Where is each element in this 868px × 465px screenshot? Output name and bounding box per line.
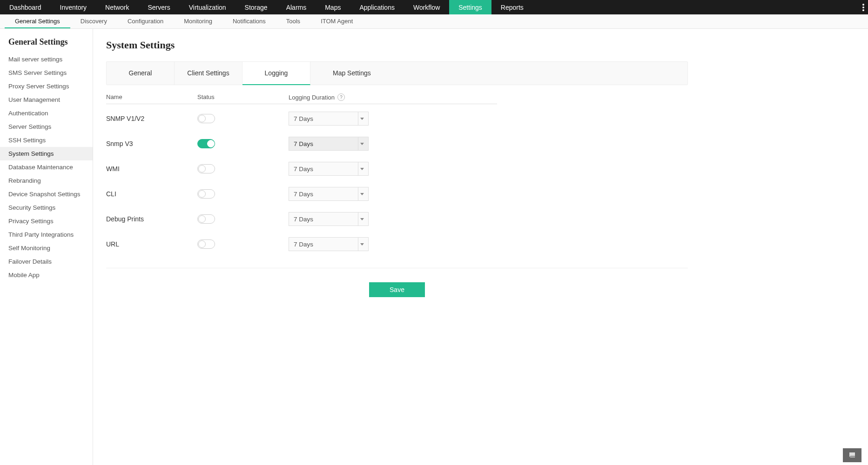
duration-value: 7 Days xyxy=(294,191,313,198)
sidebar-item-database-maintenance[interactable]: Database Maintenance xyxy=(0,160,93,174)
status-toggle[interactable] xyxy=(197,189,215,199)
chat-fab[interactable] xyxy=(843,448,861,462)
topnav-item-applications[interactable]: Applications xyxy=(350,0,404,14)
row-name: Debug Prints xyxy=(106,215,197,223)
subnav-item-itom-agent[interactable]: ITOM Agent xyxy=(310,14,363,28)
tab-logging[interactable]: Logging xyxy=(242,62,310,85)
chevron-down-icon xyxy=(358,137,365,150)
topnav-item-maps[interactable]: Maps xyxy=(316,0,350,14)
status-toggle[interactable] xyxy=(197,164,215,173)
more-menu-icon[interactable] xyxy=(862,0,864,14)
duration-select[interactable]: 7 Days xyxy=(289,237,369,251)
sidebar-item-failover-details[interactable]: Failover Details xyxy=(0,255,93,268)
svg-point-0 xyxy=(862,4,864,6)
svg-point-2 xyxy=(862,9,864,11)
duration-value: 7 Days xyxy=(294,216,313,223)
row-duration-cell: 7 Days xyxy=(289,212,497,226)
row-name: CLI xyxy=(106,190,197,198)
topnav-item-reports[interactable]: Reports xyxy=(491,0,533,14)
sidebar-item-ssh-settings[interactable]: SSH Settings xyxy=(0,133,93,147)
sidebar-item-system-settings[interactable]: System Settings xyxy=(0,147,93,160)
sidebar-item-security-settings[interactable]: Security Settings xyxy=(0,201,93,214)
topnav-item-alarms[interactable]: Alarms xyxy=(277,0,316,14)
row-name: WMI xyxy=(106,165,197,173)
subnav-item-notifications[interactable]: Notifications xyxy=(222,14,276,28)
row-duration-cell: 7 Days xyxy=(289,187,497,201)
status-toggle[interactable] xyxy=(197,139,215,148)
table-row: Debug Prints7 Days xyxy=(106,205,497,230)
status-toggle[interactable] xyxy=(197,114,215,123)
col-header-duration-label: Logging Duration xyxy=(289,94,335,101)
duration-select[interactable]: 7 Days xyxy=(289,212,369,226)
sidebar-item-mail-server-settings[interactable]: Mail server settings xyxy=(0,53,93,66)
duration-value: 7 Days xyxy=(294,166,313,173)
tab-map-settings[interactable]: Map Settings xyxy=(310,62,687,85)
duration-value: 7 Days xyxy=(294,140,313,147)
col-header-duration: Logging Duration ? xyxy=(289,93,497,101)
chat-icon xyxy=(848,451,857,459)
tab-client-settings[interactable]: Client Settings xyxy=(175,62,242,85)
row-name: SNMP V1/V2 xyxy=(106,115,197,122)
row-status-cell xyxy=(197,114,289,123)
sidebar-item-authentication[interactable]: Authentication xyxy=(0,106,93,120)
topnav-item-settings[interactable]: Settings xyxy=(449,0,491,14)
chevron-down-icon xyxy=(358,187,365,200)
top-nav: DashboardInventoryNetworkServersVirtuali… xyxy=(0,0,868,14)
topnav-item-network[interactable]: Network xyxy=(96,0,138,14)
topnav-item-storage[interactable]: Storage xyxy=(236,0,277,14)
duration-select[interactable]: 7 Days xyxy=(289,162,369,176)
chevron-down-icon xyxy=(358,213,365,226)
row-name: Snmp V3 xyxy=(106,140,197,147)
subnav-item-configuration[interactable]: Configuration xyxy=(117,14,174,28)
sidebar-item-server-settings[interactable]: Server Settings xyxy=(0,120,93,133)
row-status-cell xyxy=(197,239,289,249)
col-header-name: Name xyxy=(106,93,197,101)
topnav-item-virtualization[interactable]: Virtualization xyxy=(180,0,236,14)
tab-general[interactable]: General xyxy=(107,62,175,85)
sidebar-item-rebranding[interactable]: Rebranding xyxy=(0,174,93,187)
table-row: CLI7 Days xyxy=(106,179,497,205)
divider xyxy=(106,268,688,268)
sidebar-item-device-snapshot-settings[interactable]: Device Snapshot Settings xyxy=(0,187,93,201)
status-toggle[interactable] xyxy=(197,214,215,224)
sub-nav: General SettingsDiscoveryConfigurationMo… xyxy=(0,14,868,29)
row-status-cell xyxy=(197,189,289,199)
sidebar-item-proxy-server-settings[interactable]: Proxy Server Settings xyxy=(0,80,93,93)
tab-strip: GeneralClient SettingsLoggingMap Setting… xyxy=(106,61,688,85)
duration-value: 7 Days xyxy=(294,241,313,248)
sidebar-item-user-management[interactable]: User Management xyxy=(0,93,93,106)
status-toggle[interactable] xyxy=(197,239,215,249)
row-duration-cell: 7 Days xyxy=(289,237,497,251)
chevron-down-icon xyxy=(358,238,365,251)
help-icon[interactable]: ? xyxy=(337,93,345,101)
sidebar-item-third-party-integrations[interactable]: Third Party Integrations xyxy=(0,228,93,241)
topnav-item-workflow[interactable]: Workflow xyxy=(404,0,449,14)
sidebar: General Settings Mail server settingsSMS… xyxy=(0,29,93,465)
save-button[interactable]: Save xyxy=(369,282,425,297)
svg-point-1 xyxy=(862,7,864,8)
duration-select[interactable]: 7 Days xyxy=(289,112,369,126)
row-status-cell xyxy=(197,139,289,148)
duration-select[interactable]: 7 Days xyxy=(289,137,369,151)
chevron-down-icon xyxy=(358,112,365,125)
topnav-item-servers[interactable]: Servers xyxy=(138,0,179,14)
row-name: URL xyxy=(106,240,197,248)
sidebar-item-privacy-settings[interactable]: Privacy Settings xyxy=(0,214,93,228)
subnav-item-tools[interactable]: Tools xyxy=(276,14,310,28)
main-content: System Settings GeneralClient SettingsLo… xyxy=(93,29,868,465)
sidebar-item-self-monitoring[interactable]: Self Monitoring xyxy=(0,241,93,255)
table-row: WMI7 Days xyxy=(106,154,497,179)
sidebar-title: General Settings xyxy=(0,37,93,53)
sidebar-item-mobile-app[interactable]: Mobile App xyxy=(0,268,93,282)
subnav-item-discovery[interactable]: Discovery xyxy=(70,14,117,28)
row-status-cell xyxy=(197,164,289,173)
table-header: Name Status Logging Duration ? xyxy=(106,93,497,104)
topnav-item-inventory[interactable]: Inventory xyxy=(51,0,96,14)
subnav-item-general-settings[interactable]: General Settings xyxy=(5,14,70,28)
subnav-item-monitoring[interactable]: Monitoring xyxy=(174,14,222,28)
table-row: URL7 Days xyxy=(106,230,497,255)
topnav-item-dashboard[interactable]: Dashboard xyxy=(0,0,51,14)
chevron-down-icon xyxy=(358,162,365,175)
duration-select[interactable]: 7 Days xyxy=(289,187,369,201)
sidebar-item-sms-server-settings[interactable]: SMS Server Settings xyxy=(0,66,93,80)
